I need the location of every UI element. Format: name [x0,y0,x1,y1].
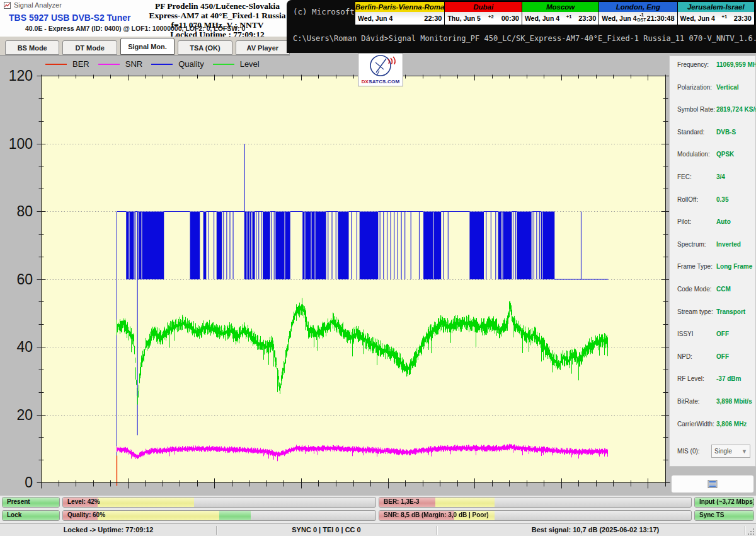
param-label: Frame Type: [677,263,713,270]
clock-moscow: MoscowWed, Jun 4+123:30 [522,2,599,25]
tab-signal-mon[interactable]: Signal Mon. [120,38,175,55]
param-row-pilot: Pilot:Auto [670,218,755,227]
param-row-bitrate: BitRate:3,898 Mbit/s [670,398,755,407]
legend-label: Quality [178,59,203,69]
param-value: 3,898 Mbit/s [716,398,752,405]
mis-row: MIS (0): Single ▼ [670,445,755,458]
legend-swatch-snr [98,64,120,65]
param-row-frame-type: Frame Type:Long Frame [670,263,755,272]
cmd-prompt: C:\Users\Roman Dávid>Signal Monitoring_P… [293,34,756,43]
param-value: OFF [716,330,729,337]
meter-quality: Quality: 60% [62,510,376,521]
status-sync-counters: SYNC 0 | TEI 0 | CC 0 [292,526,360,533]
legend-label: SNR [125,59,142,69]
clock-utc-offset: +1 [722,16,728,20]
tab-bs-mode[interactable]: BS Mode [5,40,59,55]
legend-swatch-quality [151,64,173,65]
legend-swatch-level [213,64,234,65]
meter-lock: Lock [2,510,60,521]
status-separator [437,526,437,535]
clock-dst-note: DST [638,18,646,22]
tab-dt-mode[interactable]: DT Mode [62,40,117,55]
chart-legend: BERSNRQualityLevel [45,59,260,69]
param-label: Frequency: [677,61,709,68]
param-row-issyi: ISSYIOFF [670,330,755,339]
param-row-frequency: Frequency:11069,959 MHz [670,61,755,70]
param-label: RollOff: [677,196,698,203]
status-bar: Locked -> Uptime: 77:09:12 SYNC 0 | TEI … [0,523,756,536]
meter-label: Present [7,498,30,505]
app-icon [4,2,11,9]
meter-label: Level: 42% [67,498,100,505]
clock-utc-offset: +1 [566,16,572,20]
param-value: Long Frame [716,263,752,270]
world-clocks: Berlin-Paris-Vienna-RomaWed, Jun 422:30D… [355,1,755,25]
meter-label: Sync TS [699,511,724,518]
param-row-npd: NPD:OFF [670,353,755,362]
meter-zone-green [219,511,251,520]
y-tick-label-40: 40 [0,339,33,356]
param-label: Standard: [677,129,704,136]
logo-text: DXSATCS.COM [358,79,403,84]
clock-offset-value: +2 [488,15,494,19]
param-label: Modulation: [677,151,710,158]
signal-chart [35,71,672,494]
meter-syncts: Sync TS [694,510,754,521]
tab-av-player[interactable]: AV Player [236,40,290,55]
param-value: 0.35 [716,196,728,203]
window-title: Signal Analyzer [14,1,62,9]
param-label: NPD: [677,353,692,360]
mis-value: Single [714,448,732,455]
clock-date: Wed, Jun 4 [680,15,715,22]
clock-utc-offset: +2 [488,16,494,20]
meter-zone-yellow [98,498,195,507]
status-separator [745,526,745,535]
meter-label: Lock [7,511,21,518]
clock-date: Wed, Jun 4 [525,15,559,22]
clock-offset-value: +1 [566,15,572,19]
meter-present: Present [2,497,60,508]
param-row-symbol-rate: Symbol Rate:2819,724 KS/s [670,106,755,115]
clock-date: Wed, Jun 4 [358,15,392,22]
meter-zone-yellow [435,498,495,507]
meter-snr: SNR: 8,5 dB (Margin: 3,0 dB | Poor) [379,510,692,521]
param-label: Stream type: [677,308,713,315]
tab-tsa-ok[interactable]: TSA (OK) [178,40,232,55]
satellite-dish-icon [358,54,403,78]
clock-time: 23:30 [578,15,596,22]
param-value: -37 dBm [716,375,741,382]
param-row-polarization: Polarization:Vertical [670,84,755,93]
chevron-down-icon: ▼ [742,448,747,455]
resize-grip[interactable] [747,528,755,535]
mis-dropdown[interactable]: Single ▼ [711,445,750,458]
legend-item-quality: Quality [151,59,203,69]
legend-item-ber: BER [45,59,89,69]
param-row-rf-level: RF Level:-37 dBm [670,375,755,384]
tab-bar: BS ModeDT ModeSignal Mon.TSA (OK)AV Play… [0,37,290,55]
clock-dubai: DubaiThu, Jun 5+200:30 [445,2,522,25]
legend-label: Level [240,59,260,69]
dxsatcs-logo: DXSATCS.COM [358,53,403,86]
param-value: Auto [716,218,731,225]
clock-city: Moscow [522,2,598,12]
param-label: CarrierWidth: [677,421,714,428]
clock-city: London, Eng [599,2,677,12]
y-tick-label-20: 20 [0,407,33,424]
param-value: Transport [716,308,745,315]
param-label: Polarization: [677,84,712,91]
param-value: 11069,959 MHz [716,61,756,68]
header-band: TBS 5927 USB DVB-S2 Tuner 40.0E - Expres… [0,10,290,37]
mis-label: MIS (0): [677,448,700,455]
clock-date: Wed, Jun 4 [602,15,636,22]
station-header-line-3: f=11 070 MHz_V : NNTV [144,20,291,30]
ts-list-button[interactable] [671,475,754,493]
app-window: Signal Analyzer TBS 5927 USB DVB-S2 Tune… [0,0,756,536]
param-row-rolloff: RollOff:0.35 [670,196,755,205]
status-uptime: Locked -> Uptime: 77:09:12 [64,526,154,533]
param-label: Code Mode: [677,286,711,293]
param-value: 3/4 [716,173,725,180]
clock-offset-value: -1 [639,13,644,17]
meter-label: BER: 1,3E-3 [384,498,420,505]
meter-zone-yellow [98,511,219,520]
y-tick-label-0: 0 [0,474,33,491]
